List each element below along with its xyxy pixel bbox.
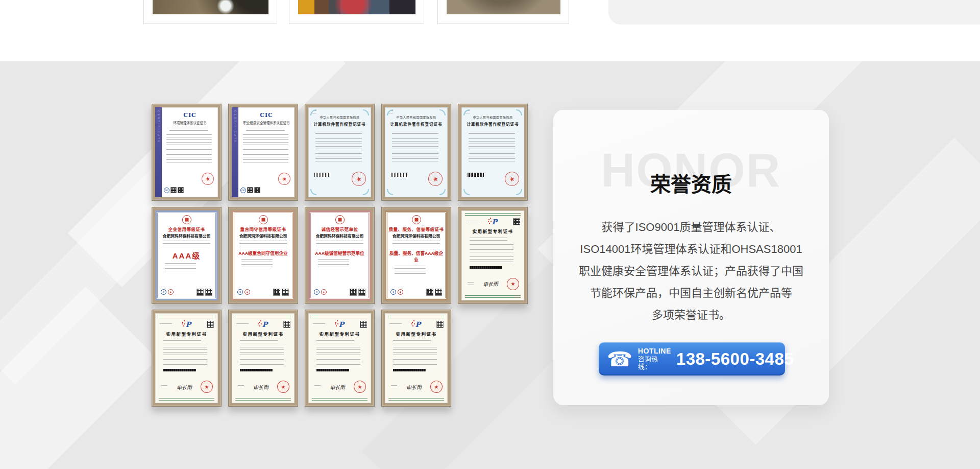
paragraph-line: 职业健康安全管理体系认证；产品获得了中国 (569, 260, 814, 282)
text-lines-placeholder (166, 149, 212, 165)
corner-ornament-icon (387, 109, 393, 115)
hotline-label-zh: 咨询热线： (638, 356, 671, 371)
cert-title: 实用新型专利证书 (385, 331, 448, 337)
hotline-label-en: HOTLINE (638, 347, 671, 355)
text-lines-placeholder (166, 134, 212, 147)
cic-logo-text: CIC (163, 112, 217, 119)
corner-ornament-icon (363, 109, 369, 115)
text-lines-placeholder (395, 266, 426, 274)
text-lines-placeholder (470, 256, 513, 264)
certificate-thumbnail[interactable]: 企业信用等级证书合肥珂玛环保科技有限公司AAA级C★ (152, 207, 222, 304)
qr-code-icon (350, 289, 357, 296)
corner-ornament-icon (363, 189, 369, 195)
cert-award-text: 质量、服务、信誉AAA级企业 (387, 250, 445, 263)
certificate-thumbnail[interactable]: P实用新型专利证书申长雨★ (152, 310, 222, 407)
text-lines-placeholder (316, 347, 360, 357)
national-emblem-seal-icon: ★ (507, 278, 519, 290)
barcode-icon (468, 173, 484, 177)
qr-code-icon (254, 187, 260, 193)
certificate-thumbnail[interactable]: 中华人民共和国国家版权局计算机软件著作权登记证书★ (381, 104, 451, 201)
text-lines-placeholder (469, 131, 515, 135)
qr-code-icon (426, 289, 433, 296)
text-lines-placeholder (393, 347, 437, 357)
cert-footer: CIC (164, 187, 184, 193)
text-lines-placeholder (316, 340, 354, 344)
text-lines-placeholder (470, 238, 507, 242)
certificate-inner: 企业信用等级证书合肥珂玛环保科技有限公司AAA级C★ (155, 210, 218, 300)
green-border-ornament (465, 295, 521, 298)
certificate-thumbnail[interactable]: P实用新型专利证书申长雨★ (458, 207, 528, 304)
cert-award-text: AAA级诚信经营示范单位 (311, 250, 368, 256)
certificate-thumbnail[interactable]: 重合同守信用等级证书合肥珂玛环保科技有限公司AAA级重合同守信用企业C★ (228, 207, 298, 304)
certificate-thumbnail[interactable]: P实用新型专利证书申长雨★ (381, 310, 451, 407)
cnipa-logo-icon: P (412, 320, 421, 329)
blue-org-logo-icon: C (161, 289, 166, 295)
cert-title: 实用新型专利证书 (232, 331, 295, 337)
red-seal-icon: ★ (427, 170, 444, 187)
qr-code-icon (178, 187, 184, 193)
signature-row: 申长雨★ (238, 381, 289, 393)
certificate-inner: P实用新型专利证书申长雨★ (385, 313, 448, 403)
text-lines-placeholder (469, 153, 515, 162)
certificate-thumbnail[interactable]: 诚信经营示范单位合肥珂玛环保科技有限公司AAA级诚信经营示范单位C★ (305, 207, 375, 304)
text-lines-placeholder (240, 340, 278, 344)
certificate-thumbnail[interactable]: 质量、服务、信誉等级证书合肥珂玛环保科技有限公司质量、服务、信誉AAA级企业C★ (381, 207, 451, 304)
text-lines-placeholder (161, 385, 167, 389)
blue-org-logo-icon: C (390, 289, 396, 295)
corner-ornament-icon (463, 189, 470, 195)
green-border-ornament (388, 398, 444, 401)
barcode-icon (316, 369, 349, 371)
honor-paragraph: 获得了ISO9001质量管理体系认证、 ISO14001环境管理体系认证和OHS… (569, 216, 814, 326)
green-border-ornament (388, 316, 444, 318)
qr-code-icon (513, 218, 520, 225)
project-photo-card[interactable] (437, 0, 569, 24)
project-photo-card[interactable] (143, 0, 277, 24)
cert-title: 环境管理体系认证证书 (163, 120, 216, 125)
cert-footer: C★ (161, 289, 212, 296)
signature-text: 申长雨 (482, 279, 498, 288)
certificate-thumbnail[interactable]: P实用新型专利证书申长雨★ (305, 310, 375, 407)
certificate-thumbnail[interactable]: 中华人民共和国国家版权局计算机软件著作权登记证书★ (458, 104, 528, 201)
honor-section: CERTIFICATECIC环境管理体系认证证书CIC★CERTIFICATEC… (0, 61, 980, 469)
text-lines-placeholder (315, 138, 362, 151)
cert-award-text: AAA级重合同守信用企业 (234, 250, 291, 256)
certificate-thumbnail[interactable]: CERTIFICATECIC职业健康安全管理体系认证证书CIC★ (228, 104, 298, 201)
cert-title: 实用新型专利证书 (461, 228, 524, 234)
barcode-icon (470, 266, 502, 269)
certificate-thumbnail[interactable]: 中华人民共和国国家版权局计算机软件著作权登记证书★ (305, 104, 375, 201)
red-seal-icon: ★ (200, 171, 215, 186)
text-lines-placeholder (238, 385, 244, 389)
cert-footer: C★ (314, 289, 365, 296)
signature-text: 申长雨 (253, 383, 268, 391)
signature-row: 申长雨★ (161, 381, 213, 393)
cert-footer: C★ (390, 289, 442, 296)
text-lines-placeholder (246, 128, 285, 132)
text-lines-placeholder (318, 259, 349, 267)
hotline-button[interactable]: ☎ HOTLINE 咨询热线： 138-5600-3485 (599, 342, 785, 376)
qr-code-icon (170, 187, 177, 193)
qr-code-icon (273, 289, 280, 296)
hotline-number: 138-5600-3485 (676, 349, 794, 369)
crane-truck-site (298, 0, 415, 14)
certificate-thumbnail[interactable]: P实用新型专利证书申长雨★ (228, 310, 298, 407)
cic-logo-text: CIC (239, 112, 293, 119)
certificate-inner: P实用新型专利证书申长雨★ (232, 313, 295, 403)
cert-footer: C★ (237, 289, 289, 296)
project-photo-card[interactable] (289, 0, 424, 24)
qr-code-icon (283, 321, 290, 328)
cert-company-name: 合肥珂玛环保科技有限公司 (310, 233, 370, 239)
cert-authority: 中华人民共和国国家版权局 (461, 115, 524, 120)
cnipa-logo-icon: P (182, 320, 191, 329)
qr-code-icon (205, 289, 212, 296)
text-lines-placeholder (165, 263, 196, 271)
corner-ornament-icon (439, 189, 446, 195)
patent-header: P (385, 320, 448, 330)
cert-title: 实用新型专利证书 (308, 331, 371, 337)
paragraph-line: 多项荣誉证书。 (569, 304, 814, 326)
paragraph-line: ISO14001环境管理体系认证和OHSAS18001 (569, 238, 814, 260)
green-border-ornament (159, 398, 214, 401)
cert-title: 诚信经营示范单位 (310, 226, 370, 232)
certificate-thumbnail[interactable]: CERTIFICATECIC环境管理体系认证证书CIC★ (152, 104, 222, 201)
green-border-ornament (312, 398, 368, 401)
national-emblem-seal-icon: ★ (430, 381, 443, 393)
